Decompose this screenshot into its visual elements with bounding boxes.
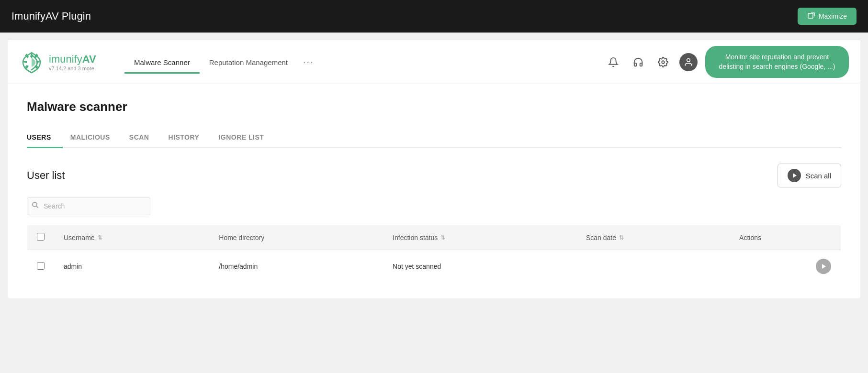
search-container <box>27 197 841 215</box>
search-input-wrapper <box>27 197 150 215</box>
logo-text: imunifyAV <box>49 53 96 66</box>
nav-tabs: Malware Scanner Reputation Management ··… <box>124 51 586 73</box>
search-icon <box>32 201 39 211</box>
notifications-button[interactable] <box>605 54 622 71</box>
row-home-directory: /home/admin <box>209 250 383 283</box>
plugin-header: imunifyAV v7.14.2 and 3 more Malware Sca… <box>8 40 860 84</box>
sub-tab-malicious[interactable]: MALICIOUS <box>70 128 122 148</box>
svg-point-4 <box>33 202 37 207</box>
header-icons: Monitor site reputation and prevent deli… <box>605 46 849 78</box>
column-home-directory: Home directory <box>209 225 383 250</box>
section-title: User list <box>27 169 65 182</box>
section-header: User list Scan all <box>27 164 841 187</box>
sub-tab-history[interactable]: HISTORY <box>168 128 211 148</box>
scan-all-button[interactable]: Scan all <box>778 164 841 187</box>
logo-text-area: imunifyAV v7.14.2 and 3 more <box>49 53 96 71</box>
sub-tab-users[interactable]: USERS <box>27 128 63 148</box>
main-content: Malware scanner USERS MALICIOUS SCAN HIS… <box>8 84 860 298</box>
column-infection-status[interactable]: Infection status ⇅ <box>383 225 576 250</box>
logo-area: imunifyAV v7.14.2 and 3 more <box>19 50 105 75</box>
sub-tab-ignore-list[interactable]: IGNORE LIST <box>218 128 275 148</box>
select-all-checkbox[interactable] <box>37 233 45 241</box>
row-actions-cell <box>730 250 841 283</box>
infection-status-sort-icon: ⇅ <box>440 234 445 241</box>
select-all-header <box>27 225 55 250</box>
headset-icon <box>633 57 643 67</box>
logo-av: AV <box>82 53 96 65</box>
row-infection-status: Not yet scanned <box>383 250 576 283</box>
gear-icon <box>658 57 668 67</box>
sub-tab-scan[interactable]: SCAN <box>129 128 161 148</box>
nav-tab-reputation-management[interactable]: Reputation Management <box>200 51 297 74</box>
page-title: Malware scanner <box>27 99 841 114</box>
scan-play-icon <box>788 169 801 182</box>
table-header-row: Username ⇅ Home directory Infection stat… <box>27 225 841 250</box>
settings-button[interactable] <box>654 54 672 71</box>
logo-imunify: imunify <box>49 53 82 65</box>
row-play-icon <box>821 263 826 269</box>
sub-tabs: USERS MALICIOUS SCAN HISTORY IGNORE LIST <box>27 128 841 148</box>
top-bar: ImunifyAV Plugin Maximize <box>0 0 868 33</box>
search-input[interactable] <box>27 197 150 215</box>
nav-tab-malware-scanner[interactable]: Malware Scanner <box>124 51 200 74</box>
imunify-logo-icon <box>19 50 44 75</box>
table-row: admin /home/admin Not yet scanned <box>27 250 841 283</box>
svg-point-2 <box>687 58 690 62</box>
nav-more-button[interactable]: ··· <box>297 56 320 67</box>
username-sort-icon: ⇅ <box>98 234 102 241</box>
row-checkbox-cell <box>27 250 55 283</box>
user-icon <box>684 57 693 67</box>
logo-version: v7.14.2 and 3 more <box>49 66 96 71</box>
content-wrapper: imunifyAV v7.14.2 and 3 more Malware Sca… <box>0 33 868 373</box>
svg-rect-0 <box>808 13 813 18</box>
svg-marker-6 <box>822 264 826 269</box>
app-title: ImunifyAV Plugin <box>11 10 91 22</box>
bell-icon <box>608 57 619 67</box>
svg-line-5 <box>36 206 38 208</box>
svg-point-1 <box>662 61 665 64</box>
maximize-icon <box>807 12 815 20</box>
support-button[interactable] <box>630 54 647 71</box>
plugin-panel: imunifyAV v7.14.2 and 3 more Malware Sca… <box>8 40 860 298</box>
svg-marker-3 <box>793 173 797 178</box>
row-scan-button[interactable] <box>816 259 831 274</box>
row-checkbox[interactable] <box>37 262 45 270</box>
scan-date-sort-icon: ⇅ <box>619 234 624 241</box>
column-scan-date[interactable]: Scan date ⇅ <box>576 225 730 250</box>
row-username: admin <box>54 250 209 283</box>
user-avatar[interactable] <box>679 53 698 71</box>
column-username[interactable]: Username ⇅ <box>54 225 209 250</box>
column-actions: Actions <box>730 225 841 250</box>
user-table: Username ⇅ Home directory Infection stat… <box>27 225 841 283</box>
maximize-button[interactable]: Maximize <box>798 8 857 25</box>
reputation-cta-button[interactable]: Monitor site reputation and prevent deli… <box>705 46 849 78</box>
row-scan-date <box>576 250 730 283</box>
